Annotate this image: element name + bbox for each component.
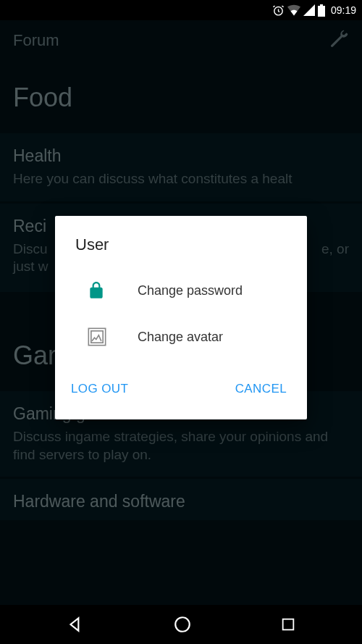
change-password-label: Change password: [138, 283, 243, 298]
dialog-actions: LOG OUT CANCEL: [55, 376, 307, 419]
svg-rect-6: [283, 619, 294, 630]
dialog-title: User: [55, 216, 307, 267]
android-nav-bar: [0, 605, 362, 644]
status-time: 09:19: [331, 4, 356, 16]
svg-rect-2: [320, 4, 323, 6]
battery-icon: [318, 4, 325, 17]
cancel-button[interactable]: CANCEL: [232, 376, 290, 402]
image-icon: [87, 327, 138, 347]
recent-apps-button[interactable]: [280, 616, 296, 632]
home-button[interactable]: [173, 615, 192, 634]
change-avatar-label: Change avatar: [138, 330, 223, 345]
app-body: Forum Food Health Here you can discuss w…: [0, 20, 362, 605]
back-button[interactable]: [66, 615, 85, 634]
svg-point-5: [175, 617, 190, 632]
wifi-icon: [287, 4, 300, 16]
svg-rect-1: [318, 6, 325, 17]
alarm-icon: [272, 4, 285, 17]
cellular-icon: [303, 4, 315, 16]
logout-button[interactable]: LOG OUT: [68, 376, 131, 402]
user-dialog: User Change password Chang: [55, 216, 307, 419]
change-password-item[interactable]: Change password: [55, 267, 307, 314]
dialog-items: Change password Change avatar: [55, 267, 307, 376]
lock-icon: [87, 281, 138, 300]
status-bar: 09:19: [0, 0, 362, 20]
change-avatar-item[interactable]: Change avatar: [55, 314, 307, 360]
